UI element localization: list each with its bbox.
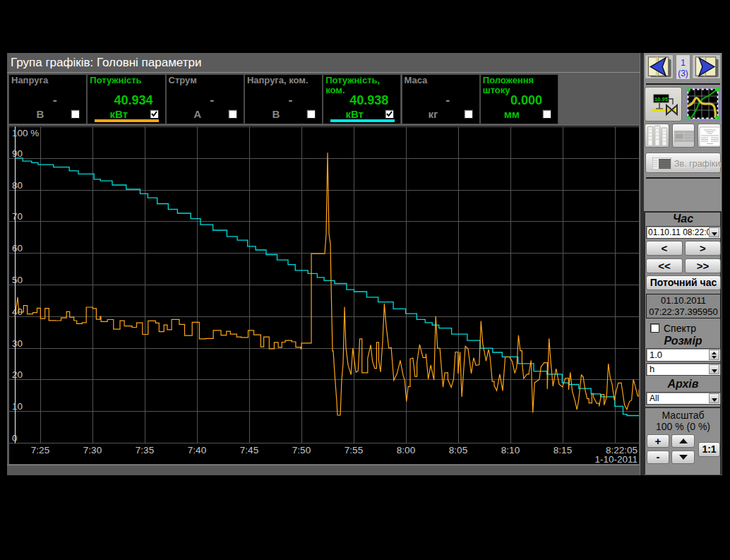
svg-text:10.95: 10.95 bbox=[654, 96, 668, 102]
